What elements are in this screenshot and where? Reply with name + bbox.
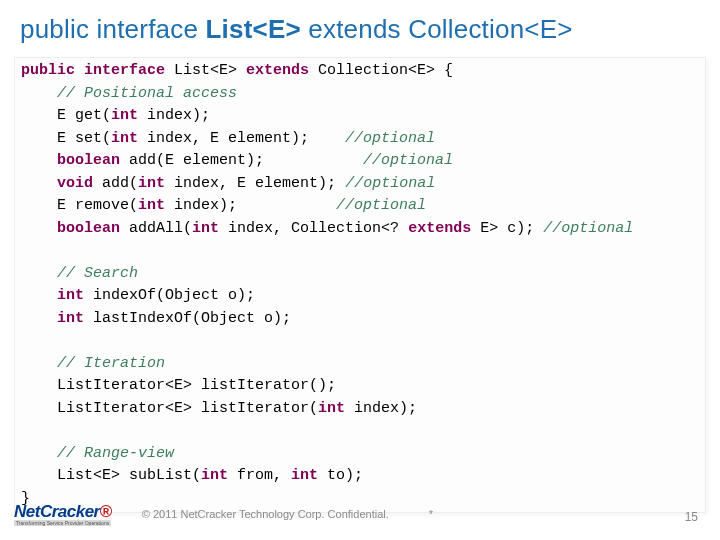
code-line: List<E> subList(int from, int to); [15, 465, 705, 488]
logo-subtitle: Transforming Service Provider Operations [14, 520, 111, 526]
code-line: boolean add(E element); //optional [15, 150, 705, 173]
logo: NetCracker® Transforming Service Provide… [14, 502, 112, 526]
logo-text: NetCracker® [14, 502, 112, 522]
code-line: int lastIndexOf(Object o); [15, 308, 705, 331]
code-line: int indexOf(Object o); [15, 285, 705, 308]
code-line: boolean addAll(int index, Collection<? e… [15, 218, 705, 241]
title-prefix: public interface [20, 14, 206, 44]
footer: NetCracker® Transforming Service Provide… [0, 494, 720, 534]
code-line: E remove(int index); //optional [15, 195, 705, 218]
title-bold: List<E> [206, 14, 301, 44]
code-line [15, 420, 705, 443]
code-line: // Range-view [15, 443, 705, 466]
page-number: 15 [685, 510, 698, 524]
code-line: ListIterator<E> listIterator(); [15, 375, 705, 398]
code-line: // Iteration [15, 353, 705, 376]
code-line: ListIterator<E> listIterator(int index); [15, 398, 705, 421]
code-line: public interface List<E> extends Collect… [15, 60, 705, 83]
code-block: public interface List<E> extends Collect… [14, 57, 706, 513]
footnote-star: * [429, 508, 433, 520]
code-line: // Positional access [15, 83, 705, 106]
code-line: // Search [15, 263, 705, 286]
code-line [15, 330, 705, 353]
copyright-text: © 2011 NetCracker Technology Corp. Confi… [142, 508, 389, 520]
code-line [15, 240, 705, 263]
code-line: E get(int index); [15, 105, 705, 128]
slide-title: public interface List<E> extends Collect… [0, 0, 720, 55]
code-line: E set(int index, E element); //optional [15, 128, 705, 151]
slide-container: public interface List<E> extends Collect… [0, 0, 720, 540]
title-suffix: extends Collection<E> [301, 14, 573, 44]
code-line: void add(int index, E element); //option… [15, 173, 705, 196]
